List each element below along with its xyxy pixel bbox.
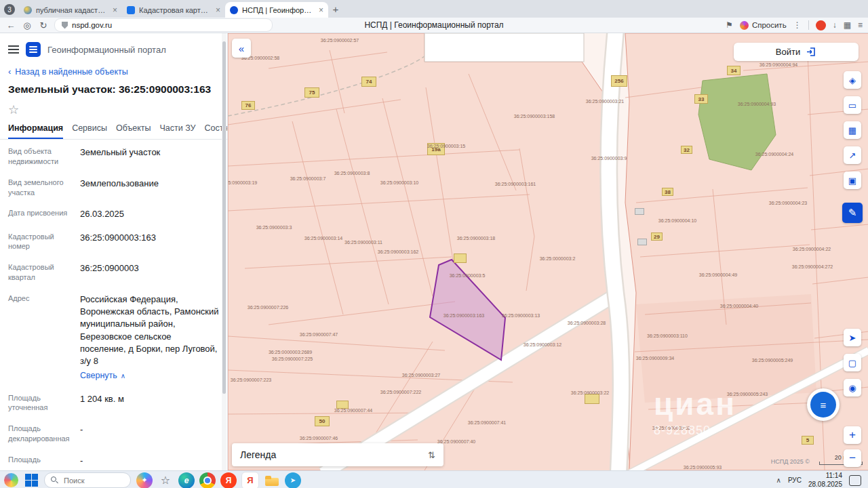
screen: 3 публичная кадастровая ка×Кадастровая к… xyxy=(0,0,868,488)
cadastral-map-canvas[interactable] xyxy=(228,33,868,470)
widgets-icon[interactable] xyxy=(4,473,18,487)
geolocation-button[interactable]: ◉ xyxy=(844,379,861,396)
field-label: Площадь декларированная xyxy=(8,424,76,444)
taskbar-search[interactable] xyxy=(44,472,131,488)
tab-favicon xyxy=(127,6,135,14)
favorite-star-icon[interactable]: ☆ xyxy=(8,103,19,117)
field-value-text: - xyxy=(80,455,219,467)
legend-label: Легенда xyxy=(240,449,276,460)
locate-button[interactable]: ➤ xyxy=(844,329,861,346)
ruler-button[interactable]: ▭ xyxy=(844,96,861,114)
tab-favicon xyxy=(230,6,238,14)
collapse-sidebar-button[interactable]: « xyxy=(232,39,251,58)
login-label: Войти xyxy=(776,47,800,57)
field-value-text: Землепользование xyxy=(80,178,219,190)
clock[interactable]: 11:14 28.08.2025 xyxy=(808,472,842,488)
collections-icon[interactable]: ▦ xyxy=(844,20,851,30)
chrome-icon[interactable] xyxy=(199,472,216,488)
time-label: 11:14 xyxy=(808,472,842,481)
tab-close-icon[interactable]: × xyxy=(113,5,117,15)
back-to-results-link[interactable]: ‹ Назад в найденные объекты xyxy=(0,62,227,78)
menu-icon[interactable]: ≡ xyxy=(858,20,863,30)
hidden-icons-chevron[interactable]: ∧ xyxy=(776,476,781,484)
divider xyxy=(808,20,809,30)
notifications-icon[interactable] xyxy=(849,475,861,486)
field-value-text: 26.03.2025 xyxy=(80,208,219,220)
scrollbar-thumb[interactable] xyxy=(222,41,226,394)
brand-title: Геоинформационный портал xyxy=(47,45,166,55)
legend-toggle[interactable]: Легенда ⇅ xyxy=(232,443,443,466)
share-button[interactable]: ↗ xyxy=(844,146,861,164)
language-indicator[interactable]: РУС xyxy=(788,476,802,484)
collapse-address-link[interactable]: Свернуть∧ xyxy=(80,370,219,382)
taskbar: ✦☆eЯЯ➤ ∧ РУС 11:14 28.08.2025 xyxy=(0,470,868,488)
explorer-folder-icon[interactable] xyxy=(264,472,280,488)
extensions-badge-icon[interactable]: ◎ xyxy=(22,20,33,30)
field-value-text: - xyxy=(80,424,219,436)
back-link-label: Назад в найденные объекты xyxy=(15,67,127,77)
assistant-icon xyxy=(740,21,749,30)
copilot-icon[interactable]: ✦ xyxy=(136,472,153,488)
browser-address-bar: НСПД | Геоинформационный портал ← ◎ ↻ ns… xyxy=(0,18,868,33)
ask-label: Спросить xyxy=(752,21,787,29)
start-button[interactable] xyxy=(24,473,39,488)
tab-close-icon[interactable]: × xyxy=(319,5,323,15)
field-row: Кадастровый номер36:25:0900003:163 xyxy=(0,226,227,258)
downloads-icon[interactable]: ↓ xyxy=(833,20,837,30)
field-row: Площадь уточненная1 204 кв. м xyxy=(0,388,227,419)
zoom-out-button[interactable]: − xyxy=(844,449,861,467)
field-value-text: Земельный участок xyxy=(80,146,219,159)
edge-icon[interactable]: e xyxy=(178,472,195,488)
hamburger-menu-icon[interactable] xyxy=(8,45,19,54)
field-value: Земельный участок xyxy=(76,146,219,167)
zoom-in-button[interactable]: + xyxy=(844,426,861,444)
tab-close-icon[interactable]: × xyxy=(216,5,220,15)
assistant-button[interactable]: ≡ xyxy=(807,388,840,421)
tab-Объекты[interactable]: Объекты xyxy=(116,123,151,139)
sidebar-scrollbar[interactable] xyxy=(222,33,226,470)
browser-tab[interactable]: НСПД | Геоинформац× xyxy=(225,2,328,18)
login-button[interactable]: Войти xyxy=(734,43,859,61)
draw-button[interactable]: ✎ xyxy=(842,203,863,223)
field-value-text: 1 204 кв. м xyxy=(80,393,219,405)
tab-Части ЗУ[interactable]: Части ЗУ xyxy=(159,123,195,139)
yandex-icon[interactable]: Я xyxy=(220,472,237,488)
yandex-browser-icon[interactable]: Я xyxy=(241,472,259,488)
sidebar-fields: Вид объекта недвижимостиЗемельный участо… xyxy=(0,140,227,470)
layers-button[interactable]: ◈ xyxy=(844,71,861,89)
collapse-link-label: Свернуть xyxy=(80,370,117,382)
reload-icon[interactable]: ↻ xyxy=(38,20,49,30)
field-value: 1 204 кв. м xyxy=(76,393,219,413)
site-security-icon xyxy=(62,22,68,29)
extent-button[interactable]: ▢ xyxy=(844,354,861,371)
grid-button[interactable]: ▦ xyxy=(844,121,861,139)
more-icon[interactable]: ⋮ xyxy=(793,20,802,30)
field-row: Кадастровый квартал36:25:0900003 xyxy=(0,257,227,288)
back-icon[interactable]: ← xyxy=(5,20,16,30)
chat-icon: ≡ xyxy=(810,392,836,418)
sort-arrows-icon: ⇅ xyxy=(428,450,435,460)
favorite-row: ☆ xyxy=(0,97,227,120)
sidebar-header: Геоинформационный портал xyxy=(0,33,227,62)
map: 747576256343332382919а50536:25:0900002:5… xyxy=(228,33,868,470)
bookmark-flag-icon[interactable]: ⚑ xyxy=(726,20,733,30)
tab-Сервисы[interactable]: Сервисы xyxy=(72,123,107,139)
field-value: 36:25:0900003 xyxy=(76,262,219,283)
new-tab-button[interactable]: + xyxy=(328,1,343,16)
browser-tab[interactable]: Кадастровая карта | Сер× xyxy=(122,2,225,18)
print-button[interactable]: ▣ xyxy=(844,171,861,189)
telegram-icon[interactable]: ➤ xyxy=(285,472,301,488)
search-icon xyxy=(51,476,58,484)
content: Геоинформационный портал ‹ Назад в найде… xyxy=(0,33,868,470)
url-text: nspd.gov.ru xyxy=(72,21,112,29)
search-input[interactable] xyxy=(62,476,113,485)
profile-avatar[interactable] xyxy=(816,20,826,30)
url-field[interactable]: nspd.gov.ru xyxy=(54,18,273,32)
ask-button[interactable]: Спросить xyxy=(740,21,787,30)
profile-badge[interactable]: 3 xyxy=(4,4,15,15)
browser-tab[interactable]: публичная кадастровая ка× xyxy=(19,2,122,18)
field-value: 36:25:0900003:163 xyxy=(76,232,219,252)
tab-Информация[interactable]: Информация xyxy=(8,123,63,139)
nspd-logo-icon[interactable] xyxy=(26,42,41,57)
star-app-icon[interactable]: ☆ xyxy=(157,472,174,488)
